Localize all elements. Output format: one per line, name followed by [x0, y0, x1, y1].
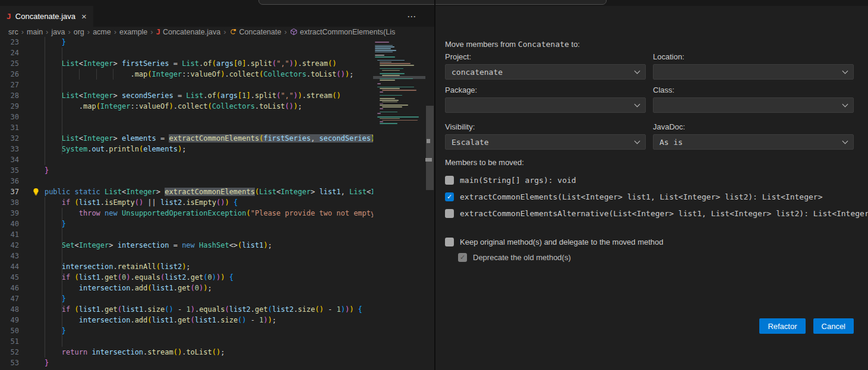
minimap-line	[375, 45, 393, 46]
code-line[interactable]: 36	[0, 176, 373, 186]
cancel-button[interactable]: Cancel	[813, 318, 854, 334]
code-line[interactable]: 43	[0, 251, 373, 261]
class-dropdown[interactable]	[653, 97, 854, 113]
line-number: 37	[0, 186, 19, 197]
code-line[interactable]: 45 if (list1.get(0).equals(list2.get(0))…	[0, 272, 373, 283]
code-line[interactable]: 28 List<Integer> secondSeries = List.of(…	[0, 90, 373, 101]
minimap-line	[375, 56, 395, 58]
refactor-form: Move members from Concatenate to: Projec…	[435, 27, 868, 370]
code-line[interactable]: 27	[0, 80, 373, 90]
minimap-line	[375, 55, 384, 56]
minimap-line	[377, 60, 405, 61]
line-number: 28	[0, 90, 19, 101]
breadcrumb-separator-icon: ›	[223, 27, 226, 36]
line-number: 52	[0, 347, 19, 358]
code-line[interactable]: 44 intersection.retainAll(list2);	[0, 261, 373, 272]
keep-original-checkbox[interactable]: ✓	[445, 238, 454, 246]
breadcrumb-item[interactable]: extractCommonElements(Lis	[290, 28, 395, 36]
member-label: extractCommonElements(List<Integer> list…	[460, 192, 822, 201]
line-number: 38	[0, 197, 19, 208]
visibility-label: Visibility:	[445, 122, 646, 131]
breadcrumb-item[interactable]: java	[51, 28, 65, 36]
javadoc-dropdown[interactable]: As is	[653, 134, 854, 150]
code-line[interactable]: 42 Set<Integer> intersection = new HashS…	[0, 240, 373, 251]
minimap-line	[380, 118, 400, 119]
line-number: 41	[0, 229, 19, 240]
breadcrumb-item[interactable]: Concatenate	[229, 28, 282, 36]
visibility-dropdown[interactable]: Escalate	[445, 134, 646, 150]
editor-scrollbar[interactable]	[425, 37, 434, 370]
code-line[interactable]: 31	[0, 122, 373, 133]
tab-concatenate-java[interactable]: J Concatenate.java ×	[0, 6, 93, 27]
code-line[interactable]: 40 }	[0, 219, 373, 229]
code-line[interactable]: 25 List<Integer> firstSeries = List.of(a…	[0, 58, 373, 69]
code-line[interactable]: 29 .map(Integer::valueOf).collect(Collec…	[0, 101, 373, 112]
line-number: 45	[0, 272, 19, 283]
minimap[interactable]	[373, 37, 425, 370]
code-line[interactable]: 41	[0, 229, 373, 240]
project-dropdown[interactable]: concatenate	[445, 64, 646, 80]
close-tab-icon[interactable]: ×	[81, 11, 87, 21]
breadcrumb-item[interactable]: main	[27, 28, 43, 36]
minimap-line	[380, 65, 414, 66]
command-center[interactable]	[258, 0, 607, 5]
minimap-line	[375, 48, 391, 49]
breadcrumb-separator-icon: ›	[46, 27, 48, 36]
line-number: 49	[0, 315, 19, 325]
member-checkbox[interactable]: ✓	[445, 176, 454, 185]
editor-more-actions-icon[interactable]: ⋯	[407, 6, 416, 27]
minimap-line	[380, 103, 383, 105]
code-line[interactable]: 24	[0, 48, 373, 58]
breadcrumb-item[interactable]: acme	[93, 28, 111, 36]
code-line[interactable]: 50 }	[0, 325, 373, 336]
line-number: 29	[0, 101, 19, 112]
member-checkbox[interactable]: ✓	[445, 209, 454, 218]
minimap-line	[380, 121, 383, 122]
line-number: 50	[0, 325, 19, 336]
code-line[interactable]: 53 }	[0, 358, 373, 368]
vscode-window: J Concatenate.java × ⋯ src›main›java›org…	[0, 0, 868, 370]
member-label: extractCommonElementsAlternative(List<In…	[460, 209, 868, 218]
line-number: 35	[0, 165, 19, 176]
code-line[interactable]: 49 intersection.add(list1.get(list1.size…	[0, 315, 373, 325]
code-line[interactable]: 39 throw new UnsupportedOperationExcepti…	[0, 208, 373, 219]
code-line[interactable]: 46 intersection.add(list1.get(0));	[0, 283, 373, 293]
editor-group-divider[interactable]	[434, 0, 435, 370]
breadcrumb-separator-icon: ›	[114, 27, 116, 36]
member-checkbox[interactable]: ✓	[445, 192, 454, 201]
code-line[interactable]: 51	[0, 336, 373, 347]
code-line[interactable]: 47 }	[0, 293, 373, 304]
line-number: 32	[0, 133, 19, 144]
indent-guide	[45, 197, 45, 358]
code-line[interactable]: 35 }	[0, 165, 373, 176]
code-line[interactable]: 33 System.out.println(elements);	[0, 144, 373, 154]
code-line[interactable]: 32 List<Integer> elements = extractCommo…	[0, 133, 373, 144]
code-line[interactable]: 48 if (list1.get(list1.size() - 1).equal…	[0, 304, 373, 315]
code-editor[interactable]: 23 }2425 List<Integer> firstSeries = Lis…	[0, 37, 373, 370]
minimap-line	[380, 78, 413, 80]
refactor-button[interactable]: Refactor	[759, 318, 805, 334]
deprecate-checkbox[interactable]: ✓	[458, 253, 467, 262]
breadcrumb-item[interactable]: JConcatenate.java	[156, 28, 221, 36]
code-line[interactable]: 34	[0, 154, 373, 165]
code-line[interactable]: 37 public static List<Integer> extractCo…	[0, 186, 373, 197]
line-number: 30	[0, 112, 19, 122]
breadcrumb-item[interactable]: example	[119, 28, 147, 36]
breadcrumb[interactable]: src›main›java›org›acme›example›JConcaten…	[0, 27, 434, 37]
breadcrumb-item[interactable]: org	[74, 28, 84, 36]
package-dropdown[interactable]	[445, 97, 646, 113]
keep-original-option: ✓ Keep original method(s) and delegate t…	[445, 235, 854, 249]
code-line[interactable]: 38 if (list1.isEmpty() || list2.isEmpty(…	[0, 197, 373, 208]
code-line[interactable]: 52 return intersection.stream().toList()…	[0, 347, 373, 358]
breadcrumb-item[interactable]: src	[8, 28, 18, 36]
location-dropdown[interactable]	[653, 64, 854, 80]
form-title: Move members from Concatenate to:	[445, 40, 854, 49]
line-number: 34	[0, 154, 19, 165]
code-line[interactable]: 23 }	[0, 37, 373, 48]
code-line[interactable]: 26 .map(Integer::valueOf).collect(Collec…	[0, 69, 373, 80]
editor-tabstrip: J Concatenate.java × ⋯	[0, 6, 434, 27]
scrollbar-thumb[interactable]	[426, 106, 434, 190]
code-line[interactable]: 30	[0, 112, 373, 122]
line-number: 25	[0, 58, 19, 69]
minimap-line	[382, 106, 402, 107]
